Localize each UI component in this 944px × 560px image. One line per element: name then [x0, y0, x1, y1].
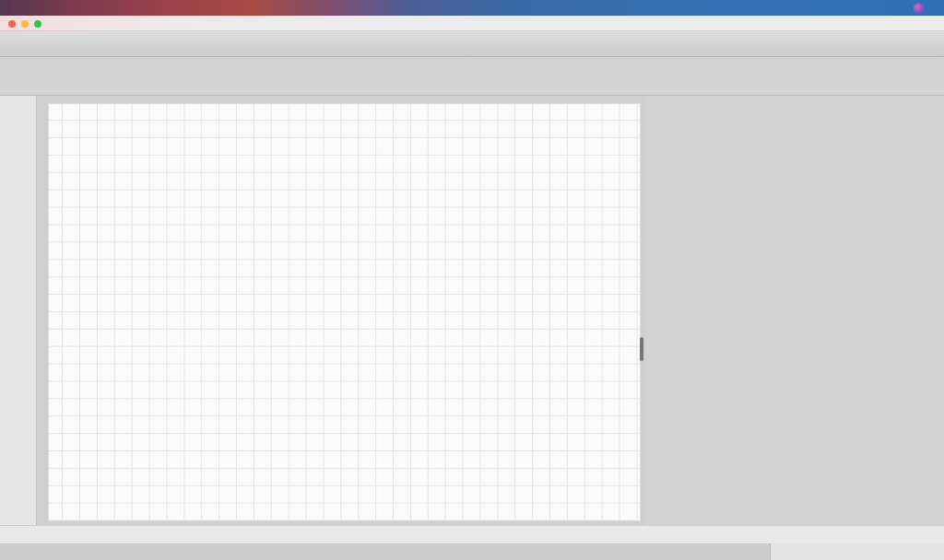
apple-menu-icon[interactable]	[9, 2, 21, 14]
workspace-canvas[interactable]	[37, 96, 645, 525]
right-dock-panel	[645, 96, 944, 525]
tool-palette	[0, 96, 37, 525]
status-bar	[0, 543, 944, 560]
main-toolbar	[0, 31, 944, 57]
minimize-window-button[interactable]	[21, 20, 29, 28]
lightburn-window	[0, 0, 944, 560]
canvas-scrollbar[interactable]	[640, 337, 643, 361]
drawn-shapes	[37, 96, 645, 525]
zoom-window-button[interactable]	[34, 20, 41, 28]
assistant-status-icon[interactable]	[914, 3, 925, 14]
close-window-button[interactable]	[8, 20, 16, 28]
cursor-position-segment	[0, 543, 771, 560]
color-palette-bar	[0, 525, 944, 543]
numeric-edit-toolbar	[0, 57, 944, 96]
menu-bar	[0, 0, 944, 16]
display-status-icon[interactable]	[891, 2, 903, 14]
window-title-bar	[0, 16, 944, 31]
